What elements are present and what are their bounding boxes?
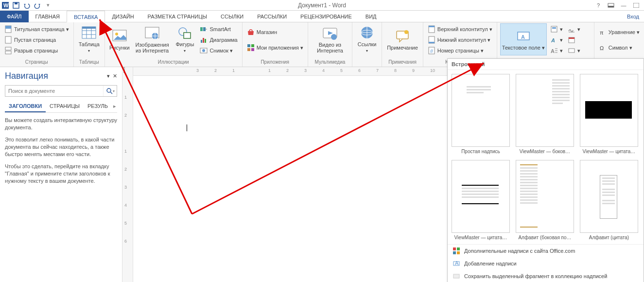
blank-page-button[interactable]: Пустая страница <box>3 35 70 45</box>
search-icon[interactable]: ▾ <box>103 86 117 96</box>
datetime-button[interactable] <box>566 35 582 45</box>
svg-text:Ω: Ω <box>600 45 604 51</box>
ribbon-tabs: ФАЙЛ ГЛАВНАЯ ВСТАВКА ДИЗАЙН РАЗМЕТКА СТР… <box>0 11 644 22</box>
shapes-button[interactable]: Фигуры▾ <box>173 23 196 55</box>
gallery-item[interactable]: Алфавит (боковая по… <box>516 160 574 240</box>
object-button[interactable]: ▾ <box>566 46 582 55</box>
textbox-icon: A <box>516 28 531 44</box>
nav-tab-headings[interactable]: Заголовки <box>5 101 46 112</box>
nav-close-icon[interactable]: ✕ <box>113 73 117 79</box>
textbox-button[interactable]: AТекстовое поле ▾ <box>500 23 547 55</box>
save-selection-option: Сохранить выделенный фрагмент в коллекци… <box>448 270 644 282</box>
screenshot-button[interactable]: Снимок ▾ <box>198 46 239 55</box>
table-button[interactable]: Таблица▾ <box>77 23 102 55</box>
nav-searchbox[interactable]: ▾ <box>5 85 117 97</box>
gallery-item[interactable]: ViewMaster — цитата… <box>580 74 638 154</box>
nav-tab-results[interactable]: РЕЗУЛЬ <box>84 101 111 112</box>
cover-page-icon <box>4 25 12 33</box>
tab-home[interactable]: ГЛАВНАЯ <box>29 11 67 22</box>
svg-rect-43 <box>429 36 435 43</box>
tab-review[interactable]: РЕЦЕНЗИРОВАНИЕ <box>294 11 359 22</box>
redo-icon[interactable] <box>34 2 41 9</box>
nav-tab-scroll-icon[interactable]: ▸ <box>112 101 117 112</box>
navigation-pane: Навигация ▾✕ ▾ Заголовки Страницы РЕЗУЛЬ… <box>0 67 122 282</box>
page-break-button[interactable]: Разрыв страницы <box>3 46 70 55</box>
svg-rect-18 <box>113 30 126 41</box>
quick-parts-button[interactable]: ▾ <box>549 24 564 34</box>
footer-button[interactable]: Нижний колонтитул ▾ <box>426 35 494 45</box>
group-apps: Магазин Мои приложения ▾ Приложения <box>243 22 308 67</box>
text-cursor <box>187 124 187 131</box>
svg-point-22 <box>179 28 187 35</box>
more-from-office-option[interactable]: Дополнительные надписи с сайта Office.co… <box>448 245 644 257</box>
datetime-icon <box>568 36 575 44</box>
wordart-button[interactable]: A▾ <box>549 35 564 45</box>
pictures-button[interactable]: Рисунки <box>108 23 131 55</box>
tab-design[interactable]: ДИЗАЙН <box>105 11 140 22</box>
qat-more-icon[interactable]: ▾ <box>45 2 52 9</box>
tab-insert[interactable]: ВСТАВКА <box>67 11 105 22</box>
help-icon[interactable]: ? <box>594 2 602 9</box>
page-break-icon <box>4 47 12 54</box>
smartart-button[interactable]: SmartArt <box>198 24 239 34</box>
nav-tab-pages[interactable]: Страницы <box>46 101 84 112</box>
draw-textbox-option[interactable]: AДобавление надписи <box>448 257 644 270</box>
textbox-gallery-dropdown: Встроенный Простая надпись ViewMaster — … <box>447 58 644 282</box>
gallery-item[interactable]: Простая надпись <box>452 74 510 154</box>
maximize-icon[interactable] <box>632 2 640 9</box>
tab-view[interactable]: ВИД <box>359 11 383 22</box>
window-title: Документ1 - Word <box>298 2 346 9</box>
svg-point-19 <box>115 33 118 35</box>
ribbon-display-icon[interactable] <box>607 2 615 9</box>
online-pictures-button[interactable]: Изображения из Интернета <box>133 23 172 55</box>
svg-text:π: π <box>600 30 604 35</box>
gallery-item[interactable]: ViewMaster — боков… <box>516 74 574 154</box>
symbol-button[interactable]: ΩСимвол ▾ <box>597 43 641 53</box>
equation-icon: π <box>599 28 607 36</box>
header-button[interactable]: Верхний колонтитул ▾ <box>426 24 494 34</box>
sign-in-link[interactable]: Вход <box>627 11 639 22</box>
links-button[interactable]: Ссылки▾ <box>355 23 379 55</box>
svg-rect-68 <box>453 262 459 265</box>
svg-rect-67 <box>457 251 460 254</box>
textbox-icon: A <box>453 260 460 267</box>
svg-line-63 <box>110 92 112 94</box>
svg-point-36 <box>331 34 337 40</box>
svg-rect-3 <box>15 2 17 4</box>
equation-button[interactable]: πУравнение ▾ <box>597 27 641 37</box>
dropcap-button[interactable]: A▾ <box>549 46 564 55</box>
tab-references[interactable]: ССЫЛКИ <box>214 11 250 22</box>
myapps-button[interactable]: Мои приложения ▾ <box>245 43 305 53</box>
online-video-button[interactable]: Видео из Интернета <box>311 23 349 55</box>
signature-icon <box>568 25 575 33</box>
tab-file[interactable]: ФАЙЛ <box>0 11 29 22</box>
tab-mailings[interactable]: РАССЫЛКИ <box>250 11 294 22</box>
svg-text:A: A <box>521 34 525 40</box>
page-number-button[interactable]: #Номер страницы ▾ <box>426 46 494 55</box>
svg-rect-26 <box>201 40 202 43</box>
search-input[interactable] <box>5 86 103 96</box>
save-icon[interactable] <box>13 2 19 9</box>
undo-icon[interactable] <box>23 2 30 9</box>
store-icon <box>247 28 255 36</box>
gallery-item[interactable]: Алфавит (цитата) <box>580 160 638 240</box>
online-pictures-icon <box>144 25 160 41</box>
minimize-icon[interactable]: — <box>620 2 627 9</box>
store-button[interactable]: Магазин <box>245 27 305 37</box>
svg-rect-49 <box>551 26 557 32</box>
nav-hint-text: Вы можете создать интерактивную структур… <box>5 117 117 131</box>
svg-text:W: W <box>3 2 9 8</box>
dropcap-icon: A <box>550 47 558 54</box>
gallery-item[interactable]: ViewMaster — цитата… <box>452 160 510 240</box>
tab-layout[interactable]: РАЗМЕТКА СТРАНИЦЫ <box>141 11 214 22</box>
group-media-label: Мультимедиа <box>311 59 349 66</box>
chart-button[interactable]: Диаграмма <box>198 35 239 45</box>
comment-button[interactable]: Примечание <box>385 23 420 55</box>
svg-point-38 <box>361 30 373 35</box>
signature-button[interactable]: ▾ <box>566 24 582 34</box>
cover-page-button[interactable]: Титульная страница ▾ <box>3 24 70 34</box>
pictures-icon <box>112 28 127 44</box>
nav-dropdown-icon[interactable]: ▾ <box>107 73 110 79</box>
blank-page-icon <box>4 36 12 44</box>
gallery-footer: Дополнительные надписи с сайта Office.co… <box>448 244 644 282</box>
